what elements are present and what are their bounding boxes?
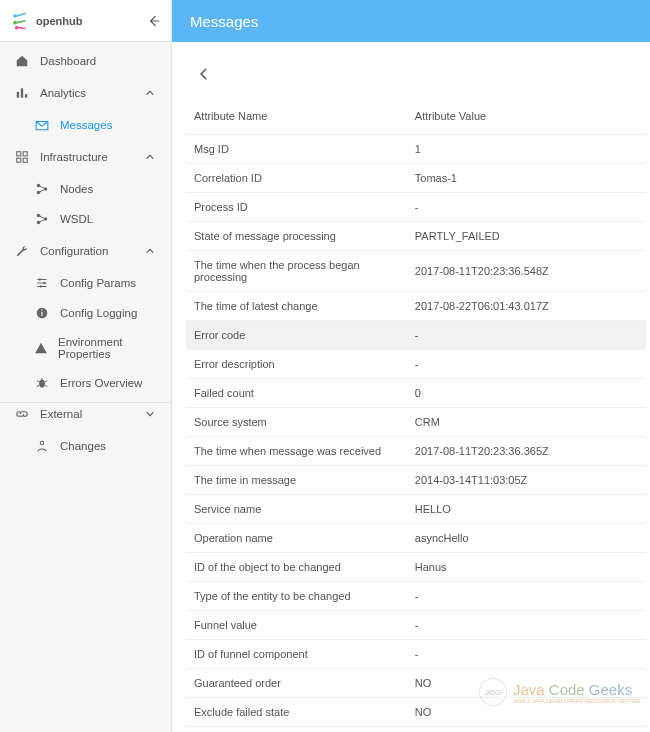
table-row: Error description-	[186, 350, 646, 379]
column-header-value: Attribute Value	[407, 102, 646, 135]
table-row: ID of funnel component-	[186, 640, 646, 669]
logo-icon	[10, 11, 30, 31]
person-icon	[34, 439, 50, 453]
svg-point-11	[37, 191, 41, 195]
chevron-up-icon	[143, 88, 157, 98]
attr-value: 2014-03-14T11:03:05Z	[407, 466, 646, 495]
chevron-up-icon	[143, 152, 157, 162]
brand: openhub	[0, 0, 171, 42]
attr-name: The time in message	[186, 466, 407, 495]
svg-rect-8	[17, 158, 21, 162]
attr-value: Hanus	[407, 553, 646, 582]
sidebar-item-env-props[interactable]: Environment Properties	[0, 328, 171, 368]
attr-name: Msg ID	[186, 135, 407, 164]
arrow-left-icon	[147, 14, 161, 28]
attr-value: PARTLY_FAILED	[407, 222, 646, 251]
attr-value: Tomas-1	[407, 164, 646, 193]
svg-rect-3	[17, 92, 19, 98]
attr-name: ID of funnel component	[186, 640, 407, 669]
page-header: Messages	[172, 0, 650, 42]
table-row: ID of the object to be changedHanus	[186, 553, 646, 582]
svg-point-23	[40, 441, 44, 445]
svg-point-15	[44, 217, 48, 221]
table-row: Correlation IDTomas-1	[186, 164, 646, 193]
sidebar-item-nodes[interactable]: Nodes	[0, 174, 171, 204]
table-row: Operation nameasyncHello	[186, 524, 646, 553]
attr-value: -	[407, 582, 646, 611]
chevron-up-icon	[143, 246, 157, 256]
chevron-down-icon	[143, 409, 157, 419]
sidebar-item-changes[interactable]: Changes	[0, 431, 171, 461]
sidebar-section-infrastructure[interactable]: Infrastructure	[0, 140, 171, 174]
sidebar-section-label: External	[40, 408, 82, 420]
table-row: Msg ID1	[186, 135, 646, 164]
sidebar-section-configuration[interactable]: Configuration	[0, 234, 171, 268]
sidebar-item-dashboard[interactable]: Dashboard	[0, 46, 171, 76]
attr-name: The time when the process began processi…	[186, 251, 407, 292]
attr-name: Error code	[186, 321, 407, 350]
sidebar-item-label: WSDL	[60, 213, 93, 225]
sidebar-item-label: Changes	[60, 440, 106, 452]
sidebar-collapse-button[interactable]	[145, 12, 163, 30]
attr-value: NO	[407, 698, 646, 727]
attr-value: 1	[407, 135, 646, 164]
attr-value: -	[407, 321, 646, 350]
sidebar-section-label: Configuration	[40, 245, 108, 257]
attr-value: -	[407, 611, 646, 640]
sidebar-item-config-logging[interactable]: Config Logging	[0, 298, 171, 328]
attr-name: The time when message was received	[186, 437, 407, 466]
page-title: Messages	[190, 13, 258, 30]
attr-value: HELLO	[407, 495, 646, 524]
attr-value: 2017-08-11T20:23:36.365Z	[407, 437, 646, 466]
chevron-left-icon	[197, 67, 211, 81]
attr-value: -	[407, 350, 646, 379]
wrench-icon	[14, 244, 30, 258]
svg-rect-7	[23, 152, 27, 156]
sliders-icon	[34, 276, 50, 290]
table-row: Service nameHELLO	[186, 495, 646, 524]
table-row: Failed count0	[186, 379, 646, 408]
nodes-icon	[34, 182, 50, 196]
brand-name: openhub	[36, 15, 82, 27]
sidebar-item-label: Nodes	[60, 183, 93, 195]
attr-name: Failed count	[186, 379, 407, 408]
table-row: Error code-	[186, 321, 646, 350]
attr-name: Business error overview	[186, 727, 407, 733]
attr-name: Guaranteed order	[186, 669, 407, 698]
attr-name: Source system	[186, 408, 407, 437]
sidebar-section-external[interactable]: External	[0, 402, 171, 431]
sidebar-item-config-params[interactable]: Config Params	[0, 268, 171, 298]
svg-point-14	[37, 221, 41, 225]
attributes-table: Attribute Name Attribute Value Msg ID1Co…	[186, 102, 646, 732]
table-row: The time when the process began processi…	[186, 251, 646, 292]
svg-point-22	[39, 380, 45, 388]
table-row: Business error overview	[186, 727, 646, 733]
table-row: The time when message was received2017-0…	[186, 437, 646, 466]
attr-name: Operation name	[186, 524, 407, 553]
sidebar-item-errors-overview[interactable]: Errors Overview	[0, 368, 171, 398]
attr-name: Correlation ID	[186, 164, 407, 193]
sidebar-section-analytics[interactable]: Analytics	[0, 76, 171, 110]
sidebar: openhub Dashboard Analytics	[0, 0, 172, 732]
svg-rect-21	[41, 310, 42, 311]
sidebar-section-label: Analytics	[40, 87, 86, 99]
sidebar-item-wsdl[interactable]: WSDL	[0, 204, 171, 234]
back-button[interactable]	[194, 64, 214, 84]
attr-value: -	[407, 193, 646, 222]
attr-name: State of message processing	[186, 222, 407, 251]
attr-value: 0	[407, 379, 646, 408]
table-row: The time in message2014-03-14T11:03:05Z	[186, 466, 646, 495]
attr-value: 2017-08-11T20:23:36.548Z	[407, 251, 646, 292]
sidebar-item-label: Errors Overview	[60, 377, 142, 389]
sidebar-item-messages[interactable]: Messages	[0, 110, 171, 140]
sidebar-section-label: Infrastructure	[40, 151, 108, 163]
svg-point-10	[37, 184, 41, 188]
svg-rect-4	[21, 88, 23, 97]
svg-point-12	[44, 187, 48, 191]
table-row: State of message processingPARTLY_FAILED	[186, 222, 646, 251]
bar-chart-icon	[14, 86, 30, 100]
svg-rect-9	[23, 158, 27, 162]
attr-name: The time of latest change	[186, 292, 407, 321]
table-row: Type of the entity to be changed-	[186, 582, 646, 611]
attr-value: -	[407, 640, 646, 669]
